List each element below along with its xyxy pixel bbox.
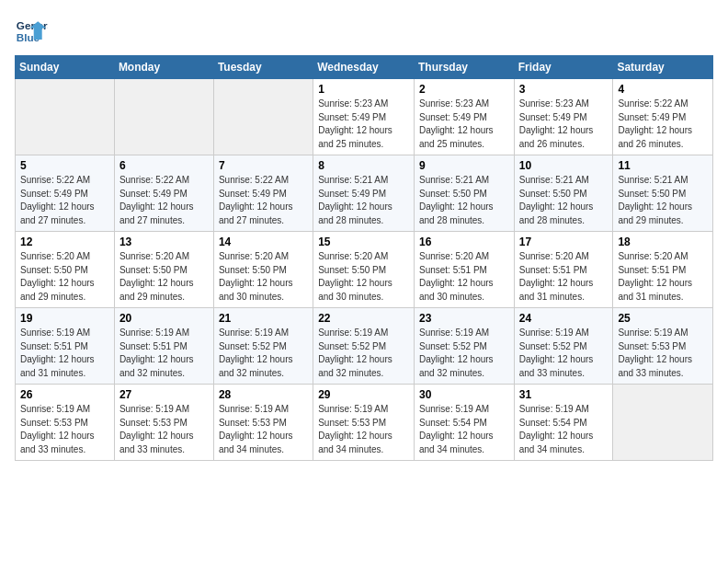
day-number: 11 bbox=[618, 159, 708, 172]
day-info: Sunrise: 5:23 AM Sunset: 5:49 PM Dayligh… bbox=[318, 98, 409, 151]
calendar-cell: 10Sunrise: 5:21 AM Sunset: 5:50 PM Dayli… bbox=[514, 155, 613, 232]
calendar-cell: 3Sunrise: 5:23 AM Sunset: 5:49 PM Daylig… bbox=[514, 79, 613, 155]
day-info: Sunrise: 5:19 AM Sunset: 5:54 PM Dayligh… bbox=[519, 403, 609, 456]
day-number: 2 bbox=[419, 83, 509, 96]
day-info: Sunrise: 5:22 AM Sunset: 5:49 PM Dayligh… bbox=[618, 98, 708, 151]
calendar-cell: 29Sunrise: 5:19 AM Sunset: 5:53 PM Dayli… bbox=[313, 385, 415, 461]
calendar-cell: 28Sunrise: 5:19 AM Sunset: 5:53 PM Dayli… bbox=[213, 385, 313, 461]
day-info: Sunrise: 5:19 AM Sunset: 5:52 PM Dayligh… bbox=[219, 327, 308, 380]
day-info: Sunrise: 5:19 AM Sunset: 5:52 PM Dayligh… bbox=[419, 327, 509, 380]
calendar-cell: 20Sunrise: 5:19 AM Sunset: 5:51 PM Dayli… bbox=[114, 308, 213, 385]
day-info: Sunrise: 5:19 AM Sunset: 5:53 PM Dayligh… bbox=[318, 403, 409, 456]
calendar-cell: 30Sunrise: 5:19 AM Sunset: 5:54 PM Dayli… bbox=[414, 385, 514, 461]
day-number: 16 bbox=[419, 236, 509, 248]
day-number: 28 bbox=[219, 388, 308, 401]
day-info: Sunrise: 5:20 AM Sunset: 5:50 PM Dayligh… bbox=[119, 250, 209, 304]
day-number: 15 bbox=[318, 236, 409, 248]
day-number: 1 bbox=[318, 83, 409, 96]
calendar-cell: 23Sunrise: 5:19 AM Sunset: 5:52 PM Dayli… bbox=[414, 308, 514, 385]
day-number: 22 bbox=[318, 312, 409, 325]
calendar-cell: 15Sunrise: 5:20 AM Sunset: 5:50 PM Dayli… bbox=[313, 232, 415, 308]
calendar-cell: 4Sunrise: 5:22 AM Sunset: 5:49 PM Daylig… bbox=[613, 79, 713, 155]
calendar-cell: 31Sunrise: 5:19 AM Sunset: 5:54 PM Dayli… bbox=[514, 385, 613, 461]
calendar-cell: 19Sunrise: 5:19 AM Sunset: 5:51 PM Dayli… bbox=[16, 308, 115, 385]
calendar-cell: 7Sunrise: 5:22 AM Sunset: 5:49 PM Daylig… bbox=[213, 155, 313, 232]
day-info: Sunrise: 5:21 AM Sunset: 5:49 PM Dayligh… bbox=[318, 174, 409, 227]
day-info: Sunrise: 5:22 AM Sunset: 5:49 PM Dayligh… bbox=[20, 174, 109, 227]
calendar-cell: 11Sunrise: 5:21 AM Sunset: 5:50 PM Dayli… bbox=[613, 155, 713, 232]
day-number: 7 bbox=[219, 159, 308, 172]
day-number: 31 bbox=[519, 388, 609, 401]
day-info: Sunrise: 5:20 AM Sunset: 5:51 PM Dayligh… bbox=[519, 250, 609, 304]
days-header-row: SundayMondayTuesdayWednesdayThursdayFrid… bbox=[16, 56, 713, 79]
day-number: 14 bbox=[219, 236, 308, 248]
day-info: Sunrise: 5:22 AM Sunset: 5:49 PM Dayligh… bbox=[219, 174, 308, 227]
day-number: 30 bbox=[419, 388, 509, 401]
calendar-cell: 24Sunrise: 5:19 AM Sunset: 5:52 PM Dayli… bbox=[514, 308, 613, 385]
calendar-cell bbox=[613, 385, 713, 461]
day-header-sunday: Sunday bbox=[16, 56, 115, 79]
day-info: Sunrise: 5:19 AM Sunset: 5:53 PM Dayligh… bbox=[20, 403, 109, 456]
calendar-cell: 14Sunrise: 5:20 AM Sunset: 5:50 PM Dayli… bbox=[213, 232, 313, 308]
day-number: 13 bbox=[119, 236, 209, 248]
week-row-5: 26Sunrise: 5:19 AM Sunset: 5:53 PM Dayli… bbox=[16, 385, 713, 461]
calendar-cell bbox=[114, 79, 213, 155]
day-number: 24 bbox=[519, 312, 609, 325]
day-number: 17 bbox=[519, 236, 609, 248]
day-number: 12 bbox=[20, 236, 109, 248]
day-number: 19 bbox=[20, 312, 109, 325]
day-info: Sunrise: 5:21 AM Sunset: 5:50 PM Dayligh… bbox=[618, 174, 708, 227]
calendar-cell: 9Sunrise: 5:21 AM Sunset: 5:50 PM Daylig… bbox=[414, 155, 514, 232]
day-info: Sunrise: 5:19 AM Sunset: 5:52 PM Dayligh… bbox=[318, 327, 409, 380]
day-number: 18 bbox=[618, 236, 708, 248]
day-info: Sunrise: 5:19 AM Sunset: 5:53 PM Dayligh… bbox=[618, 327, 708, 380]
day-header-tuesday: Tuesday bbox=[213, 56, 313, 79]
week-row-1: 1Sunrise: 5:23 AM Sunset: 5:49 PM Daylig… bbox=[16, 79, 713, 155]
week-row-2: 5Sunrise: 5:22 AM Sunset: 5:49 PM Daylig… bbox=[16, 155, 713, 232]
day-info: Sunrise: 5:19 AM Sunset: 5:51 PM Dayligh… bbox=[20, 327, 109, 380]
calendar-cell: 6Sunrise: 5:22 AM Sunset: 5:49 PM Daylig… bbox=[114, 155, 213, 232]
day-number: 5 bbox=[20, 159, 109, 172]
calendar-cell bbox=[213, 79, 313, 155]
calendar-cell: 27Sunrise: 5:19 AM Sunset: 5:53 PM Dayli… bbox=[114, 385, 213, 461]
calendar-cell: 18Sunrise: 5:20 AM Sunset: 5:51 PM Dayli… bbox=[613, 232, 713, 308]
week-row-3: 12Sunrise: 5:20 AM Sunset: 5:50 PM Dayli… bbox=[16, 232, 713, 308]
day-number: 8 bbox=[318, 159, 409, 172]
day-info: Sunrise: 5:23 AM Sunset: 5:49 PM Dayligh… bbox=[419, 98, 509, 151]
calendar-cell bbox=[16, 79, 115, 155]
day-number: 9 bbox=[419, 159, 509, 172]
day-info: Sunrise: 5:19 AM Sunset: 5:53 PM Dayligh… bbox=[219, 403, 308, 456]
page-header: General Blue bbox=[15, 15, 713, 48]
calendar-cell: 17Sunrise: 5:20 AM Sunset: 5:51 PM Dayli… bbox=[514, 232, 613, 308]
day-number: 10 bbox=[519, 159, 609, 172]
day-number: 26 bbox=[20, 388, 109, 401]
day-number: 6 bbox=[119, 159, 209, 172]
day-info: Sunrise: 5:23 AM Sunset: 5:49 PM Dayligh… bbox=[519, 98, 609, 151]
day-header-wednesday: Wednesday bbox=[313, 56, 415, 79]
day-number: 4 bbox=[618, 83, 708, 96]
day-info: Sunrise: 5:19 AM Sunset: 5:51 PM Dayligh… bbox=[119, 327, 209, 380]
day-info: Sunrise: 5:19 AM Sunset: 5:53 PM Dayligh… bbox=[119, 403, 209, 456]
logo: General Blue bbox=[15, 15, 51, 48]
calendar-cell: 1Sunrise: 5:23 AM Sunset: 5:49 PM Daylig… bbox=[313, 79, 415, 155]
calendar-cell: 26Sunrise: 5:19 AM Sunset: 5:53 PM Dayli… bbox=[16, 385, 115, 461]
day-header-friday: Friday bbox=[514, 56, 613, 79]
day-number: 27 bbox=[119, 388, 209, 401]
day-info: Sunrise: 5:21 AM Sunset: 5:50 PM Dayligh… bbox=[519, 174, 609, 227]
day-info: Sunrise: 5:19 AM Sunset: 5:52 PM Dayligh… bbox=[519, 327, 609, 380]
day-info: Sunrise: 5:20 AM Sunset: 5:50 PM Dayligh… bbox=[219, 250, 308, 304]
svg-text:General: General bbox=[17, 19, 48, 31]
day-header-thursday: Thursday bbox=[414, 56, 514, 79]
day-info: Sunrise: 5:20 AM Sunset: 5:50 PM Dayligh… bbox=[20, 250, 109, 304]
day-header-monday: Monday bbox=[114, 56, 213, 79]
week-row-4: 19Sunrise: 5:19 AM Sunset: 5:51 PM Dayli… bbox=[16, 308, 713, 385]
calendar-cell: 16Sunrise: 5:20 AM Sunset: 5:51 PM Dayli… bbox=[414, 232, 514, 308]
calendar-cell: 8Sunrise: 5:21 AM Sunset: 5:49 PM Daylig… bbox=[313, 155, 415, 232]
day-info: Sunrise: 5:20 AM Sunset: 5:51 PM Dayligh… bbox=[419, 250, 509, 304]
day-header-saturday: Saturday bbox=[613, 56, 713, 79]
calendar-cell: 22Sunrise: 5:19 AM Sunset: 5:52 PM Dayli… bbox=[313, 308, 415, 385]
calendar-cell: 13Sunrise: 5:20 AM Sunset: 5:50 PM Dayli… bbox=[114, 232, 213, 308]
calendar-cell: 25Sunrise: 5:19 AM Sunset: 5:53 PM Dayli… bbox=[613, 308, 713, 385]
day-info: Sunrise: 5:20 AM Sunset: 5:50 PM Dayligh… bbox=[318, 250, 409, 304]
calendar-cell: 5Sunrise: 5:22 AM Sunset: 5:49 PM Daylig… bbox=[16, 155, 115, 232]
